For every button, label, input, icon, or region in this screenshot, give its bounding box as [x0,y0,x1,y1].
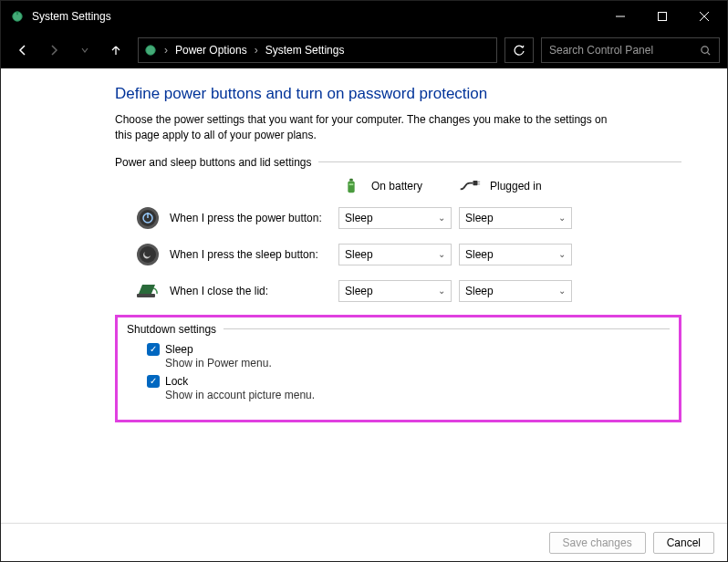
breadcrumb-system-settings[interactable]: System Settings [265,44,345,57]
sleep-button-icon [135,242,161,267]
svg-point-7 [702,46,708,52]
checkbox-label: Sleep [165,343,193,356]
combo-sleep-battery[interactable]: Sleep⌄ [338,244,452,265]
breadcrumb-icon [144,44,157,57]
row-close-lid: When I close the lid: Sleep⌄ Sleep⌄ [115,278,681,304]
checkbox-label: Lock [165,375,188,388]
checkbox-desc: Show in account picture menu. [165,389,670,401]
page-description: Choose the power settings that you want … [115,112,626,143]
nav-forward-button[interactable] [39,36,68,64]
column-on-battery: On battery [338,176,457,196]
row-power-button: When I press the power button: Sleep⌄ Sl… [115,205,681,231]
chevron-down-icon: ⌄ [558,249,566,259]
search-icon [700,45,712,57]
combo-power-battery[interactable]: Sleep⌄ [338,207,452,229]
minimize-button[interactable] [599,1,641,32]
svg-point-20 [140,246,156,263]
chevron-down-icon: ⌄ [438,286,445,296]
window-controls [599,1,725,32]
row-label: When I close the lid: [170,285,338,297]
laptop-lid-icon [135,278,161,304]
section-shutdown-heading: Shutdown settings [127,323,670,336]
row-label: When I press the sleep button: [170,248,338,261]
content-area: Define power buttons and turn on passwor… [1,68,727,523]
column-headers: On battery Plugged in [338,176,681,196]
combo-lid-plugged[interactable]: Sleep⌄ [459,280,572,302]
svg-rect-21 [137,294,155,297]
checkbox-lock[interactable]: ✓ [147,375,160,388]
svg-rect-3 [659,13,667,21]
app-icon [10,9,25,24]
maximize-button[interactable] [641,1,683,32]
chevron-down-icon: ⌄ [438,249,445,259]
breadcrumb[interactable]: › Power Options › System Settings [138,37,497,63]
window-title: System Settings [32,10,111,23]
power-button-icon [135,205,161,231]
titlebar: System Settings [1,1,727,32]
column-plugged-in: Plugged in [457,176,576,196]
cancel-button[interactable]: Cancel [653,532,714,554]
plug-icon [457,176,483,196]
chevron-down-icon: ⌄ [558,286,566,296]
check-row-sleep: ✓ Sleep Show in Power menu. [147,343,670,369]
chevron-right-icon: › [249,44,264,57]
combo-lid-battery[interactable]: Sleep⌄ [338,280,452,302]
footer: Save changes Cancel [1,523,727,561]
shutdown-settings-highlight: Shutdown settings ✓ Sleep Show in Power … [115,315,681,422]
svg-rect-1 [16,12,18,16]
chevron-down-icon: ⌄ [558,213,566,223]
svg-rect-11 [349,183,354,185]
nav-bar: › Power Options › System Settings Search… [1,32,727,68]
nav-up-button[interactable] [101,36,130,64]
nav-back-button[interactable] [8,36,37,64]
combo-sleep-plugged[interactable]: Sleep⌄ [459,244,572,265]
svg-rect-12 [473,181,477,185]
chevron-down-icon: ⌄ [438,213,445,223]
checkbox-sleep[interactable]: ✓ [147,343,160,356]
combo-power-plugged[interactable]: Sleep⌄ [459,207,572,229]
chevron-right-icon: › [159,44,173,57]
search-placeholder: Search Control Panel [549,44,700,57]
close-button[interactable] [683,1,725,32]
save-changes-button[interactable]: Save changes [549,532,646,554]
svg-rect-10 [349,178,353,181]
battery-icon [338,176,364,196]
svg-rect-9 [348,181,354,193]
check-row-lock: ✓ Lock Show in account picture menu. [147,375,670,401]
system-settings-window: System Settings [0,0,728,562]
svg-line-8 [707,52,710,55]
svg-point-6 [146,46,156,56]
page-title: Define power buttons and turn on passwor… [115,85,681,103]
row-label: When I press the power button: [170,212,338,224]
row-sleep-button: When I press the sleep button: Sleep⌄ Sl… [115,242,681,267]
refresh-button[interactable] [504,37,534,63]
search-input[interactable]: Search Control Panel [541,37,720,63]
checkbox-desc: Show in Power menu. [165,357,670,369]
section-power-buttons-heading: Power and sleep buttons and lid settings [115,156,681,169]
nav-recent-button[interactable] [70,36,99,64]
breadcrumb-power-options[interactable]: Power Options [175,44,247,57]
